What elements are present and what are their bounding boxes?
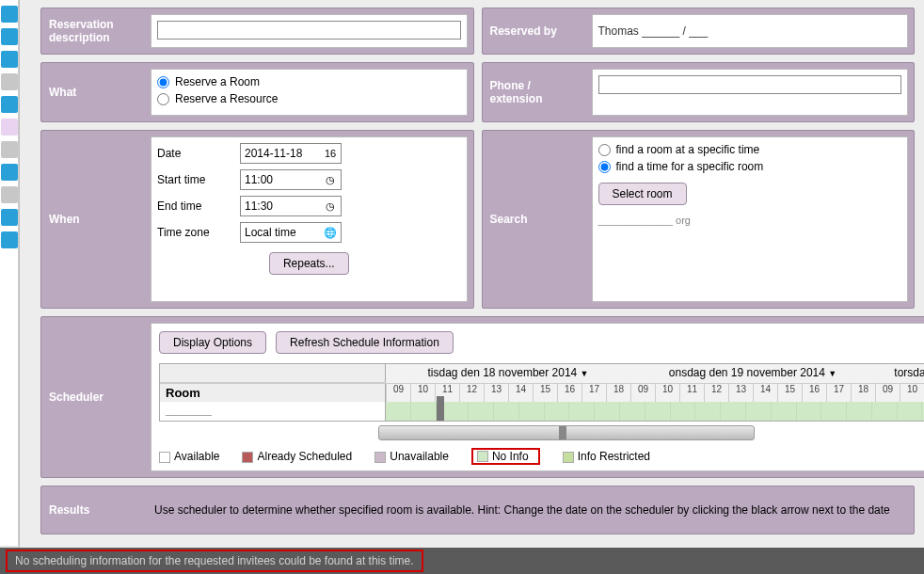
swatch-restricted — [563, 452, 574, 463]
end-label: End time — [157, 199, 223, 213]
when-label: When — [41, 131, 145, 308]
hour-cell: 10 — [900, 384, 924, 402]
phone-input[interactable] — [598, 75, 902, 94]
panel-scheduler: Scheduler Display Options Refresh Schedu… — [40, 316, 924, 478]
description-input[interactable] — [157, 21, 461, 40]
repeats-button[interactable]: Repeats... — [269, 252, 349, 275]
hour-cell: 10 — [655, 384, 679, 402]
room-name-cell: ________ — [160, 402, 386, 421]
day-1: tisdag den 18 november 2014 — [427, 366, 577, 379]
chevron-down-icon[interactable]: ▼ — [581, 369, 589, 378]
icon-3[interactable] — [1, 51, 18, 68]
globe-icon: 🌐 — [324, 227, 337, 239]
clock-icon: ◷ — [324, 200, 337, 213]
legend: Available Already Scheduled Unavailable … — [159, 444, 924, 465]
reserved-by-label: Reserved by — [483, 8, 586, 54]
start-input[interactable]: 11:00◷ — [240, 169, 342, 190]
hour-cell: 15 — [777, 384, 802, 402]
hour-cell: 09 — [630, 384, 655, 402]
panel-description: Reservation description — [40, 8, 474, 55]
mail-icon[interactable] — [1, 73, 18, 90]
scheduler-label: Scheduler — [41, 317, 145, 477]
clock-icon: ◷ — [324, 174, 337, 186]
panel-phone: Phone / extension — [482, 62, 916, 122]
panel-results: Results Use scheduler to determine wheth… — [40, 486, 915, 534]
hour-cell: 15 — [533, 384, 557, 402]
icon-8[interactable] — [1, 164, 18, 181]
hour-cell: 12 — [704, 384, 728, 402]
legend-noinfo-box: No Info — [471, 448, 540, 465]
panel-reserved-by: Reserved by Thomas ______ / ___ — [482, 8, 916, 55]
icon-7[interactable] — [1, 141, 18, 158]
hour-cell: 18 — [606, 384, 630, 402]
day-2: onsdag den 19 november 2014 — [669, 366, 825, 379]
app-icon-strip — [0, 0, 19, 546]
panel-when: When Date 2014-11-1816 Start time 11:00◷… — [40, 130, 474, 309]
icon-6[interactable] — [1, 119, 18, 136]
chevron-down-icon[interactable]: ▼ — [828, 369, 836, 378]
selected-room-text: _____________ org — [598, 215, 902, 226]
date-input[interactable]: 2014-11-1816 — [240, 143, 342, 164]
hour-cell: 12 — [459, 384, 484, 402]
status-error: No scheduling information for the reques… — [6, 550, 423, 572]
swatch-available — [159, 452, 170, 463]
end-input[interactable]: 11:30◷ — [240, 196, 342, 216]
page: Reservation description Reserved by Thom… — [19, 0, 924, 548]
what-room-text: Reserve a Room — [175, 75, 260, 88]
hour-cell: 18 — [851, 384, 875, 402]
scroll-slider[interactable] — [378, 425, 755, 440]
what-label: What — [41, 63, 145, 121]
hour-cell: 09 — [386, 384, 410, 402]
status-bar: No scheduling information for the reques… — [0, 548, 924, 574]
panel-search: Search find a room at a specific time fi… — [482, 130, 916, 309]
swatch-already — [242, 452, 253, 463]
timeline: tisdag den 18 november 2014 ▼ onsdag den… — [159, 363, 924, 422]
hour-cell: 17 — [581, 384, 606, 402]
swatch-noinfo — [477, 451, 488, 462]
hour-cell: 16 — [557, 384, 581, 402]
icon-5[interactable] — [1, 96, 18, 113]
hour-cell: 11 — [679, 384, 704, 402]
hour-cell: 13 — [728, 384, 753, 402]
panel-what: What Reserve a Room Reserve a Resource — [40, 62, 474, 122]
tz-label: Time zone — [157, 226, 223, 239]
hour-cell: 13 — [484, 384, 508, 402]
reserved-by-value: Thomas ______ / ___ — [598, 24, 709, 38]
refresh-schedule-button[interactable]: Refresh Schedule Information — [276, 331, 454, 354]
search-room-radio[interactable] — [598, 161, 611, 173]
day-3: torsdag den — [894, 366, 924, 379]
results-label: Results — [41, 486, 145, 534]
hour-cell: 10 — [410, 384, 435, 402]
start-label: Start time — [157, 173, 223, 186]
what-room-radio[interactable] — [157, 76, 169, 88]
display-options-button[interactable]: Display Options — [159, 331, 266, 354]
icon-9[interactable] — [1, 186, 18, 203]
what-resource-radio[interactable] — [157, 93, 169, 105]
select-room-button[interactable]: Select room — [598, 183, 687, 205]
icon-10[interactable] — [1, 209, 18, 226]
search-label: Search — [483, 131, 586, 308]
hour-cell: 17 — [826, 384, 851, 402]
search-room-text: find a time for a specific room — [616, 160, 764, 173]
tz-input[interactable]: Local time🌐 — [240, 222, 342, 243]
hour-cell: 16 — [802, 384, 826, 402]
hour-cell: 09 — [875, 384, 900, 402]
icon-2[interactable] — [1, 28, 18, 45]
calendar-icon: 16 — [324, 148, 337, 159]
description-label: Reservation description — [41, 8, 145, 54]
date-label: Date — [157, 147, 223, 160]
slider-thumb[interactable] — [559, 426, 566, 439]
icon-11[interactable] — [1, 231, 18, 248]
search-time-text: find a room at a specific time — [616, 143, 760, 156]
time-marker[interactable] — [437, 396, 444, 421]
hour-cell: 14 — [508, 384, 533, 402]
timeline-bar[interactable] — [386, 402, 924, 421]
results-hint: Use scheduler to determine whether speci… — [154, 503, 890, 517]
room-col-header: Room — [160, 384, 386, 402]
hour-cell: 14 — [753, 384, 777, 402]
phone-label: Phone / extension — [483, 63, 586, 121]
what-resource-text: Reserve a Resource — [175, 92, 278, 105]
swatch-unavailable — [374, 452, 386, 463]
search-time-radio[interactable] — [598, 144, 611, 156]
icon-1[interactable] — [1, 6, 18, 23]
